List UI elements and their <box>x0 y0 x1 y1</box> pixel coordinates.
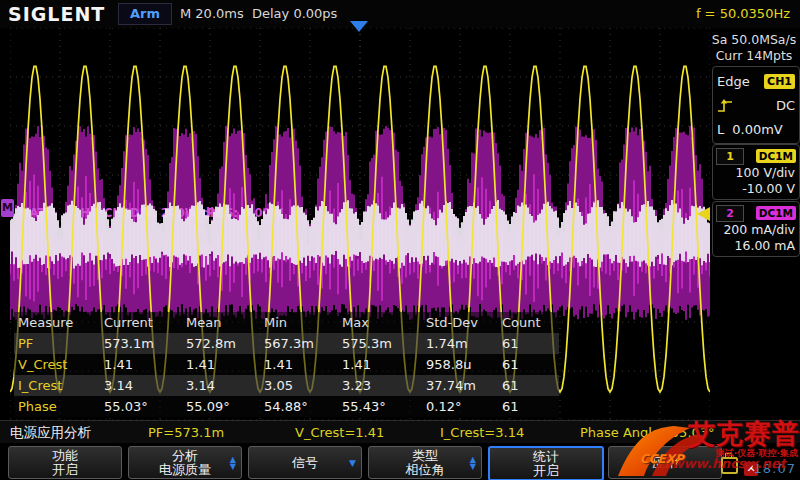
measure-value: 55.43° <box>342 396 426 417</box>
measure-value: 0.12° <box>426 396 502 417</box>
analysis-status-bar: 电源应用分析 PF=573.1m V_Crest=1.41 I_Crest=3.… <box>0 420 800 444</box>
trigger-position-marker-icon[interactable] <box>350 21 368 32</box>
right-status-panel: Sa 50.0MSa/s Curr 14Mpts Edge CH1 DC L 0… <box>710 28 800 420</box>
measure-value: 54.88° <box>264 396 342 417</box>
measure-value: 3.23 <box>342 375 426 396</box>
channel2-coupling-badge: DC1M <box>756 206 796 220</box>
trigger-type-label: Edge <box>717 74 750 89</box>
trigger-level-label: L <box>717 122 724 137</box>
menu-button-signal[interactable]: 信号 ▼ <box>248 446 362 479</box>
col-header: Measure <box>18 312 104 333</box>
menu-button-line1: 分析 <box>129 449 241 463</box>
measurement-statistics-table: Measure Current Mean Min Max Std-Dev Cou… <box>14 312 559 417</box>
trigger-settings-box[interactable]: Edge CH1 DC L 0.00mV <box>712 66 800 144</box>
menu-button-line1: 功能 <box>9 449 121 463</box>
menu-button-analysis[interactable]: 分析 电源质量 ▲▼ <box>128 446 242 479</box>
measure-value: 61 <box>502 375 554 396</box>
table-row: I_Crest 3.14 3.14 3.05 3.23 37.74m 61 <box>14 375 559 396</box>
system-clock: 18:07 <box>754 461 796 476</box>
brand-logo: SIGLENT <box>8 3 105 25</box>
measure-value: 61 <box>502 354 554 375</box>
timebase-readout: M 20.0ms <box>180 6 244 21</box>
measure-value: 1.41 <box>342 354 426 375</box>
menu-button-type[interactable]: 类型 相位角 ▲▼ <box>368 446 482 479</box>
measure-name: PF <box>18 333 104 354</box>
menu-button-line2: 开启 <box>9 463 121 477</box>
measure-value: 1.41 <box>186 354 264 375</box>
trigger-coupling-label: DC <box>776 98 795 113</box>
channel1-coupling-badge: DC1M <box>756 149 796 163</box>
down-arrow-icon: ▼ <box>349 459 356 466</box>
channel1-badge: 1 <box>716 148 744 165</box>
measure-value: 37.74m <box>426 375 502 396</box>
menu-button-line2: 相位角 <box>369 463 481 477</box>
channel1-status-box[interactable]: 1 DC1M 100 V/div -10.00 V <box>712 144 800 200</box>
menu-button-function[interactable]: 功能 开启 <box>8 446 122 479</box>
trigger-source-badge: CH1 <box>764 74 795 89</box>
col-header: Min <box>264 312 342 333</box>
table-header-row: Measure Current Mean Min Max Std-Dev Cou… <box>14 312 559 333</box>
menu-button-apply[interactable]: 应用 <box>608 446 722 479</box>
updown-arrow-icon: ▲▼ <box>230 456 236 470</box>
table-row: V_Crest 1.41 1.41 1.41 1.41 958.8u 61 <box>14 354 559 375</box>
col-header: Count <box>502 312 554 333</box>
col-header: Max <box>342 312 426 333</box>
measure-value: 61 <box>502 333 554 354</box>
vcrest-readout: V_Crest=1.41 <box>295 425 384 440</box>
measure-value: 61 <box>502 396 554 417</box>
channel1-scale-readout: 100 V/div <box>715 165 797 181</box>
measure-value: 573.1m <box>104 333 186 354</box>
phase-readout: Phase Angle=55.03° <box>580 425 715 440</box>
channel2-offset-readout: 16.00 mA <box>715 238 797 254</box>
measure-value: 55.09° <box>186 396 264 417</box>
measure-value: 3.05 <box>264 375 342 396</box>
menu-button-line1: 统计 <box>490 450 602 464</box>
top-bar: SIGLENT Arm M 20.0ms Delay 0.00ps f = 50… <box>0 0 800 28</box>
col-header: Mean <box>186 312 264 333</box>
measure-value: 1.41 <box>264 354 342 375</box>
measure-value: 575.3m <box>342 333 426 354</box>
rising-edge-icon <box>717 98 733 113</box>
measure-name: Phase <box>18 396 104 417</box>
frequency-counter-readout: f = 50.0350Hz <box>696 6 790 21</box>
acquisition-status-badge: Arm <box>118 3 172 25</box>
channel1-offset-readout: -10.00 V <box>715 181 797 197</box>
menu-button-line1: 类型 <box>369 449 481 463</box>
menu-button-statistics[interactable]: 统计 开启 <box>488 446 604 480</box>
sample-rate-readout: Sa 50.0MSa/s <box>710 32 798 47</box>
measure-value: 1.74m <box>426 333 502 354</box>
measure-value: 958.8u <box>426 354 502 375</box>
measure-value: 55.03° <box>104 396 186 417</box>
table-row: Phase 55.03° 55.09° 54.88° 55.43° 0.12° … <box>14 396 559 417</box>
channel2-status-box[interactable]: 2 DC1M 200 mA/div 16.00 mA <box>712 201 800 257</box>
measure-name: I_Crest <box>18 375 104 396</box>
measure-value: 1.41 <box>104 354 186 375</box>
col-header: Current <box>104 312 186 333</box>
delay-readout: Delay 0.00ps <box>252 6 337 21</box>
icrest-readout: I_Crest=3.14 <box>440 425 524 440</box>
menu-button-line2: 电源质量 <box>129 463 241 477</box>
analysis-title: 电源应用分析 <box>10 424 91 442</box>
updown-arrow-icon: ▲▼ <box>470 456 476 470</box>
softkey-menu-bar: 功能 开启 分析 电源质量 ▲▼ 信号 ▼ 类型 相位角 ▲▼ 统计 开启 应用… <box>0 443 800 480</box>
measure-value: 567.3m <box>264 333 342 354</box>
menu-button-line1: 信号 <box>249 456 361 470</box>
menu-button-line2: 开启 <box>490 464 602 478</box>
channel2-badge: 2 <box>716 205 744 222</box>
measure-value: 3.14 <box>186 375 264 396</box>
trigger-level-value: 0.00mV <box>732 122 783 137</box>
trigger-level-marker-icon[interactable] <box>697 207 710 221</box>
measure-name: V_Crest <box>18 354 104 375</box>
channel2-scale-readout: 200 mA/div <box>715 222 797 238</box>
usb-icon <box>721 457 738 474</box>
table-row: PF 573.1m 572.8m 567.3m 575.3m 1.74m 61 <box>14 333 559 354</box>
pf-readout: PF=573.1m <box>148 425 224 440</box>
measure-value: 572.8m <box>186 333 264 354</box>
measure-value: 3.14 <box>104 375 186 396</box>
math-position-badge: M <box>1 199 14 217</box>
memory-depth-readout: Curr 14Mpts <box>710 48 798 63</box>
menu-button-line1: 应用 <box>609 456 721 470</box>
col-header: Std-Dev <box>426 312 502 333</box>
